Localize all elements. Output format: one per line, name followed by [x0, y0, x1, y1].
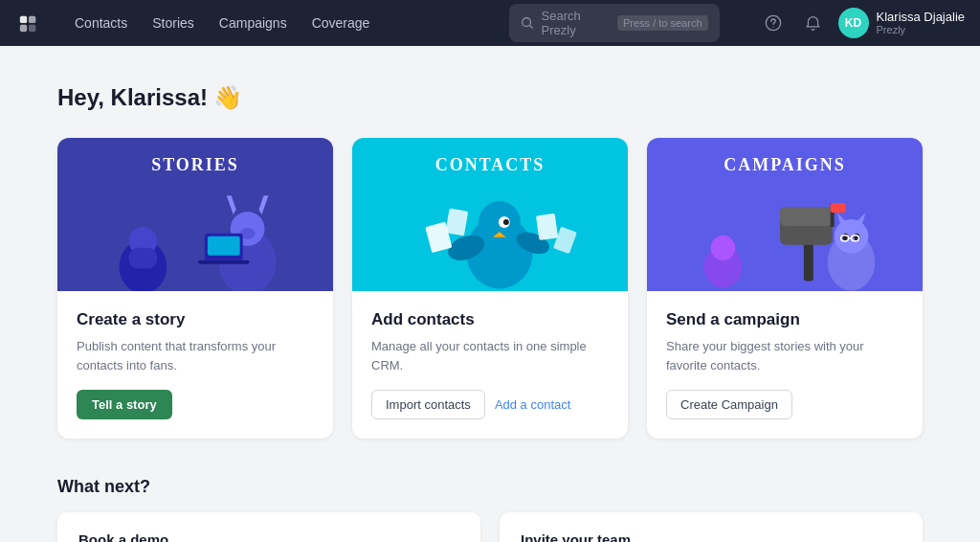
nav-link-coverage[interactable]: Coverage: [302, 10, 380, 36]
search-icon: [521, 16, 534, 30]
greeting: Hey, Klarissa!👋: [57, 84, 923, 111]
what-next-row: Book a demo Schedule a 1-on-1 call with …: [57, 512, 923, 542]
nav-link-stories[interactable]: Stories: [143, 10, 204, 36]
stories-card: STORIES: [57, 138, 333, 439]
book-demo-card[interactable]: Book a demo Schedule a 1-on-1 call with …: [57, 512, 480, 542]
contacts-card-body: Add contacts Manage all your contacts in…: [352, 291, 628, 439]
create-campaign-button[interactable]: Create Campaign: [666, 390, 792, 419]
notifications-button[interactable]: [798, 8, 829, 38]
nav-right: KD Klarissa Djajalie Prezly: [758, 8, 965, 38]
campaigns-card-title: Send a campaign: [666, 310, 903, 329]
contacts-illustration: [352, 138, 628, 291]
invite-team-title: Invite your team: [521, 531, 873, 542]
what-next-title: What next?: [57, 477, 923, 497]
greeting-emoji: 👋: [213, 84, 242, 110]
svg-rect-1: [29, 16, 35, 23]
tell-story-button[interactable]: Tell a story: [77, 390, 172, 419]
svg-rect-24: [536, 214, 558, 240]
contacts-card-actions: Import contacts Add a contact: [371, 390, 609, 419]
contacts-card-image: CONTACTS: [352, 138, 628, 291]
invite-team-card[interactable]: Invite your team Prezly is better with c…: [500, 512, 923, 542]
campaigns-card-image: CAMPAIGNS: [647, 138, 923, 291]
avatar: KD: [838, 8, 869, 38]
main-content: Hey, Klarissa!👋 STORIES: [0, 46, 980, 542]
book-demo-title: Book a demo: [78, 531, 431, 542]
stories-illustration: [57, 138, 333, 291]
search-placeholder: Search Prezly: [542, 9, 610, 37]
svg-rect-3: [29, 25, 35, 32]
svg-rect-15: [128, 248, 157, 269]
greeting-text: Hey, Klarissa!: [57, 84, 208, 110]
svg-rect-2: [20, 25, 27, 32]
svg-rect-0: [20, 16, 27, 23]
user-menu[interactable]: KD Klarissa Djajalie Prezly: [838, 8, 965, 38]
campaigns-card-desc: Share your biggest stories with your fav…: [666, 337, 903, 374]
nav-logo[interactable]: [15, 10, 42, 36]
campaigns-card: CAMPAIGNS: [647, 138, 923, 439]
cards-row: STORIES: [57, 138, 923, 439]
stories-card-actions: Tell a story: [77, 390, 314, 419]
stories-card-title: Create a story: [77, 310, 314, 329]
import-contacts-button[interactable]: Import contacts: [371, 390, 485, 419]
svg-rect-12: [198, 260, 250, 264]
what-next-section: What next? Book a demo Schedule a 1-on-1…: [57, 477, 923, 542]
navbar: Contacts Stories Campaigns Coverage Sear…: [0, 0, 980, 46]
user-subtitle: Prezly: [877, 24, 965, 36]
campaigns-card-body: Send a campaign Share your biggest stori…: [647, 291, 923, 439]
user-name: Klarissa Djajalie: [877, 10, 965, 25]
search-shortcut: Press / to search: [617, 15, 708, 31]
campaigns-illustration: [647, 138, 923, 291]
nav-link-contacts[interactable]: Contacts: [65, 10, 137, 36]
svg-rect-23: [445, 209, 468, 237]
svg-point-6: [772, 26, 773, 27]
svg-rect-11: [208, 237, 240, 256]
contacts-card-desc: Manage all your contacts in one simple C…: [371, 337, 609, 374]
help-button[interactable]: [758, 8, 789, 38]
svg-point-19: [503, 219, 509, 225]
contacts-card-title: Add contacts: [371, 310, 609, 329]
stories-card-desc: Publish content that transforms your con…: [77, 337, 314, 374]
svg-rect-28: [780, 207, 833, 226]
campaigns-card-actions: Create Campaign: [666, 390, 903, 419]
nav-link-campaigns[interactable]: Campaigns: [210, 10, 297, 36]
svg-point-38: [711, 236, 736, 260]
svg-rect-30: [831, 203, 846, 213]
nav-links: Contacts Stories Campaigns Coverage: [65, 10, 486, 36]
search-bar[interactable]: Search Prezly Press / to search: [509, 4, 720, 42]
stories-card-image: STORIES: [57, 138, 333, 291]
contacts-card: CONTACTS: [352, 138, 628, 439]
stories-card-body: Create a story Publish content that tran…: [57, 291, 333, 439]
add-contact-button[interactable]: Add a contact: [495, 397, 571, 412]
